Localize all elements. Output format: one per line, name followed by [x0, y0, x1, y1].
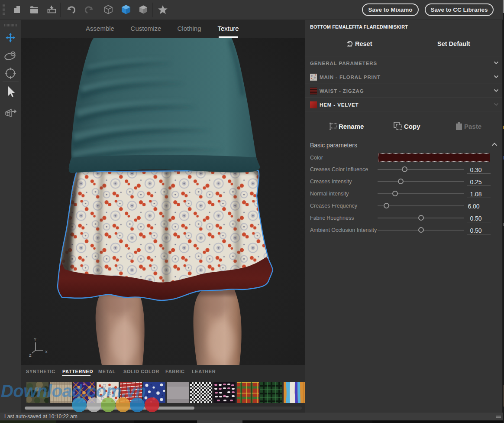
- svg-text:Y: Y: [34, 337, 36, 342]
- svg-text:X: X: [45, 350, 48, 354]
- svg-text:Z: Z: [29, 353, 32, 358]
